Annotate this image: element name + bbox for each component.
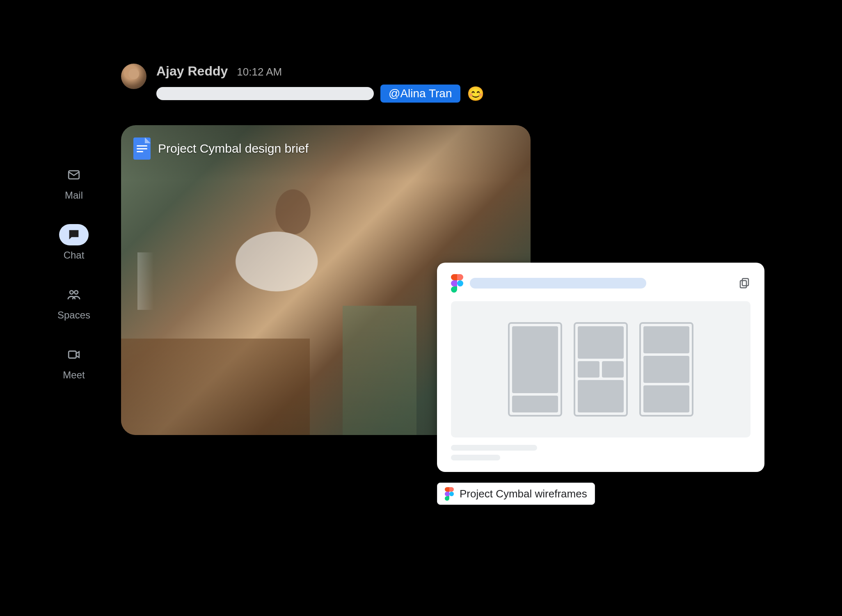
nav-item-meet[interactable]: Meet xyxy=(45,344,103,381)
nav-item-mail[interactable]: Mail xyxy=(45,164,103,201)
figma-preview-card[interactable] xyxy=(437,263,764,472)
figma-title-placeholder xyxy=(470,278,646,289)
nav-label: Meet xyxy=(63,369,85,381)
svg-rect-5 xyxy=(740,281,746,288)
message-text-placeholder xyxy=(156,87,374,100)
nav-label: Mail xyxy=(65,190,83,201)
figma-icon xyxy=(451,274,463,292)
svg-rect-4 xyxy=(742,279,748,286)
google-docs-icon xyxy=(133,137,151,160)
svg-rect-3 xyxy=(69,351,76,358)
nav-label: Spaces xyxy=(57,309,90,321)
figma-meta-placeholder xyxy=(451,445,750,460)
svg-point-1 xyxy=(70,291,73,294)
figma-attachment-chip[interactable]: Project Cymbal wireframes xyxy=(437,483,595,505)
figma-chip-label: Project Cymbal wireframes xyxy=(460,488,587,500)
app-nav: Mail Chat Spaces Meet xyxy=(45,164,103,381)
nav-item-chat[interactable]: Chat xyxy=(45,224,103,261)
mail-icon xyxy=(59,164,89,185)
doc-attachment-title: Project Cymbal design brief xyxy=(158,142,309,156)
figma-wireframe-preview xyxy=(451,301,750,437)
spaces-icon xyxy=(59,284,89,305)
sender-name: Ajay Reddy xyxy=(156,64,228,79)
nav-label: Chat xyxy=(64,250,85,261)
figma-icon xyxy=(445,487,454,500)
message-timestamp: 10:12 AM xyxy=(237,66,282,78)
nav-item-spaces[interactable]: Spaces xyxy=(45,284,103,321)
chat-icon xyxy=(59,224,89,245)
meet-icon xyxy=(59,344,89,365)
mention-chip[interactable]: @Alina Tran xyxy=(380,85,460,103)
copy-icon[interactable] xyxy=(738,277,750,289)
avatar[interactable] xyxy=(121,64,146,89)
reaction-emoji[interactable]: 😊 xyxy=(467,87,484,101)
svg-point-2 xyxy=(74,291,78,294)
chat-message: Ajay Reddy 10:12 AM @Alina Tran 😊 xyxy=(121,64,484,103)
